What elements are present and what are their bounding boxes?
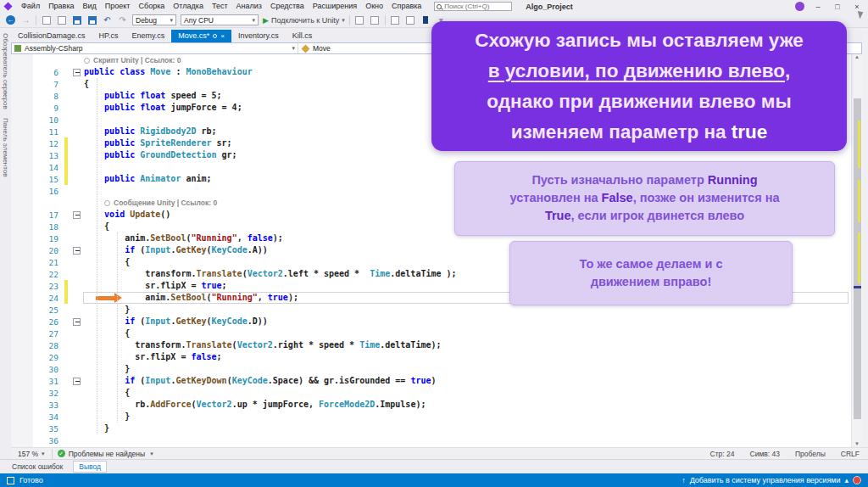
- tab-enemy-cs[interactable]: Enemy.cs: [125, 30, 171, 42]
- code-line[interactable]: 27 {: [11, 327, 851, 339]
- code-token: .Impulse);: [375, 400, 426, 409]
- callout-line: изменяем параметр на true: [431, 117, 847, 148]
- editor-status-row: 157 % ▾ ✓ Проблемы не найдены ▾ Стр: 24С…: [11, 447, 868, 459]
- code-token: Input: [145, 245, 170, 255]
- code-line[interactable]: 31 if (Input.GetKeyDown(KeyCode.Space) &…: [11, 375, 851, 387]
- add-to-source-control[interactable]: Добавить в систему управления версиями: [690, 476, 841, 484]
- undo-icon[interactable]: ↶: [102, 14, 113, 25]
- code-line[interactable]: 26 if (Input.GetKey(KeyCode.D)): [11, 316, 851, 327]
- navigate-back-icon[interactable]: ←: [6, 15, 15, 25]
- breakpoints-icon[interactable]: [355, 16, 364, 25]
- code-line[interactable]: 35 }: [11, 423, 851, 434]
- tab-hp-cs[interactable]: HP.cs: [92, 30, 125, 42]
- menu-item[interactable]: Справка: [387, 0, 426, 13]
- status-item: Симв: 43: [750, 450, 780, 458]
- menu-item[interactable]: Сборка: [135, 0, 170, 13]
- redo-icon[interactable]: ↷: [117, 14, 128, 25]
- tool-window-tab[interactable]: Панель элементов: [2, 118, 9, 177]
- menu-item[interactable]: Расширения: [309, 0, 361, 13]
- code-line[interactable]: 25 }: [11, 304, 851, 316]
- uncomment-icon[interactable]: [406, 16, 415, 25]
- save-icon[interactable]: [73, 16, 81, 25]
- code-text: rb.AddForce(Vector2.up * jumpForce, Forc…: [84, 399, 851, 411]
- scroll-up-icon[interactable]: ▲: [852, 54, 862, 59]
- code-token: ,: [237, 233, 248, 243]
- account-avatar[interactable]: [795, 2, 804, 11]
- comment-icon[interactable]: [391, 16, 399, 25]
- code-token: (: [135, 316, 145, 326]
- tool-window-tab[interactable]: Обозреватель серверов: [2, 33, 9, 109]
- chevron-down-icon[interactable]: ▾: [150, 451, 153, 457]
- change-mark: [858, 180, 860, 222]
- menu-item[interactable]: Файл: [17, 0, 44, 13]
- code-token: [84, 126, 104, 136]
- platform-select[interactable]: Any CPU▾: [181, 14, 259, 25]
- minimize-button[interactable]: –: [812, 3, 824, 11]
- new-project-icon[interactable]: [42, 16, 51, 25]
- code-line[interactable]: 36: [11, 434, 851, 446]
- line-number: 26: [33, 317, 64, 327]
- line-number: 36: [33, 436, 64, 445]
- collapse-icon[interactable]: [73, 69, 81, 76]
- project-dropdown[interactable]: Assembly-CSharp ▾: [12, 43, 298, 53]
- fold-margin: [69, 221, 84, 232]
- code-line[interactable]: 33 rb.AddForce(Vector2.up * jumpForce, F…: [11, 399, 851, 411]
- code-line[interactable]: 32 {: [11, 387, 851, 399]
- code-text: {: [84, 387, 851, 399]
- scroll-down-icon[interactable]: ▼: [852, 441, 862, 446]
- menu-item[interactable]: Средства: [266, 0, 309, 13]
- immediate-window-icon[interactable]: [370, 16, 379, 25]
- tab-move-cs-[interactable]: Move.cs*×: [171, 30, 231, 42]
- collapse-icon[interactable]: [73, 378, 81, 385]
- search-input[interactable]: [442, 3, 504, 10]
- tab-inventory-cs[interactable]: Inventory.cs: [231, 30, 286, 42]
- zoom-select[interactable]: 157 % ▾: [16, 449, 47, 459]
- quick-search[interactable]: [434, 2, 512, 11]
- configuration-select[interactable]: Debug▾: [132, 14, 176, 25]
- navigate-forward-icon[interactable]: →: [20, 14, 31, 25]
- line-number: 20: [33, 246, 64, 255]
- collapse-icon[interactable]: [73, 247, 81, 255]
- code-token: ,: [258, 293, 268, 302]
- vertical-scrollbar[interactable]: ▲ ▼: [851, 54, 862, 447]
- code-line[interactable]: 28 transform.Translate(Vector2.right * s…: [11, 339, 851, 351]
- attach-to-unity-button[interactable]: ▶ Подключить к Unity ▾: [263, 16, 345, 25]
- codelens-text[interactable]: Скрипт Unity | Ссылок: 0: [93, 54, 181, 66]
- feedback-icon[interactable]: [853, 476, 861, 484]
- code-token: Translate: [186, 340, 231, 350]
- menu-item[interactable]: Правка: [44, 0, 78, 13]
- code-line[interactable]: 13 public GroundDetection gr;: [11, 149, 851, 161]
- pin-icon[interactable]: [213, 34, 217, 38]
- code-token: [84, 174, 104, 183]
- code-line[interactable]: 34 }: [11, 411, 851, 423]
- line-number: 23: [33, 282, 64, 291]
- menu-item[interactable]: Окно: [361, 0, 387, 13]
- code-line[interactable]: 30 }: [11, 363, 851, 375]
- menu-item[interactable]: Тест: [208, 0, 232, 13]
- codelens-text[interactable]: Сообщение Unity | Ссылок: 0: [114, 197, 217, 209]
- fold-margin: [69, 78, 84, 90]
- indent-guide: [117, 232, 118, 423]
- collapse-icon[interactable]: [73, 318, 81, 326]
- tab-collisiondamage-cs[interactable]: CollisionDamage.cs: [11, 30, 92, 42]
- save-all-icon[interactable]: [88, 16, 97, 25]
- code-text: [84, 434, 851, 446]
- tab-label: Move.cs*: [178, 31, 209, 40]
- maximize-button[interactable]: □: [832, 3, 843, 11]
- code-health-indicator[interactable]: ✓ Проблемы не найдены: [58, 450, 146, 458]
- caret-position-info: Стр: 24Симв: 43ПробелыCRLF: [710, 450, 863, 458]
- menu-item[interactable]: Проект: [101, 0, 135, 13]
- panel-tab--[interactable]: Вывод: [73, 461, 107, 473]
- menu-item[interactable]: Вид: [79, 0, 101, 13]
- panel-tab--[interactable]: Список ошибок: [7, 462, 68, 472]
- code-line[interactable]: 29 sr.flipX = false;: [11, 351, 851, 363]
- close-tab-icon[interactable]: ×: [220, 32, 225, 40]
- tab-kill-cs[interactable]: Kill.cs: [286, 30, 320, 42]
- open-file-icon[interactable]: [58, 16, 66, 25]
- bookmark-icon[interactable]: [423, 16, 428, 24]
- line-number: 32: [33, 389, 64, 398]
- menu-item[interactable]: Анализ: [232, 0, 266, 13]
- menu-item[interactable]: Отладка: [169, 0, 208, 13]
- collapse-icon[interactable]: [73, 211, 81, 219]
- line-number: 6: [33, 68, 64, 77]
